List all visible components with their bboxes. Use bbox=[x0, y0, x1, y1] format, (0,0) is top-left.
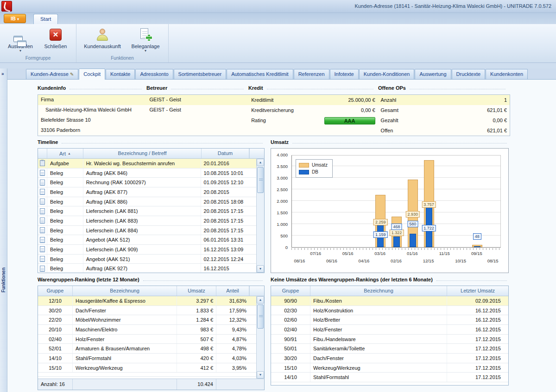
tab-sortimentsbetreuer[interactable]: Sortimentsbetreuer bbox=[174, 69, 227, 79]
ranking-row[interactable]: 20/10Maschinen/Elektro983 €9,43% bbox=[38, 325, 256, 335]
kredit-item: RatingAAA bbox=[248, 115, 378, 125]
application-menu-button[interactable]: IB ▾ bbox=[4, 14, 26, 23]
legend-swatch bbox=[299, 163, 309, 168]
tab-kunden-konditionen[interactable]: Kunden-Konditionen bbox=[359, 69, 415, 79]
timeline-header-bezeichnung[interactable]: Bezeichnung / Betreff bbox=[83, 149, 202, 158]
no-sales-header-gruppe[interactable]: Gruppe bbox=[271, 286, 310, 296]
timeline-row[interactable]: BelegAuftrag (AEK 877)20.08.2015 bbox=[38, 187, 256, 197]
no-sales-row[interactable]: 02/30Holz/Konstruktion16.12.2015 bbox=[271, 306, 508, 316]
expand-panel-icon[interactable]: » bbox=[1, 71, 4, 76]
tab-kundenkonten[interactable]: Kundenkonten bbox=[486, 69, 528, 79]
scroll-up-icon[interactable]: ▲ bbox=[257, 296, 264, 304]
tab-auswertung[interactable]: Auswertung bbox=[415, 69, 451, 79]
timeline-icon-cell bbox=[38, 216, 47, 225]
timeline-text: Auftrag (AEK 846) bbox=[83, 168, 201, 178]
betreuer-value: GEIST - Geist bbox=[147, 95, 249, 105]
timeline-row[interactable]: BelegLieferschein (LAK 881)20.08.2015 17… bbox=[38, 206, 256, 216]
bar-value-label: 1.722 bbox=[422, 225, 436, 231]
timeline-art: Beleg bbox=[47, 216, 83, 225]
scroll-down-icon[interactable]: ▼ bbox=[257, 265, 264, 273]
no-sales-row[interactable]: 90/91Fibu./Handelsware17.12.2015 bbox=[271, 335, 508, 344]
x-axis-tick-label: 07/16 bbox=[306, 251, 325, 256]
timeline-row[interactable]: BelegAngebot (AAK 521)02.12.2015 12:24 bbox=[38, 255, 256, 264]
timeline-datum: 20.08.2015 17:15 bbox=[201, 206, 256, 216]
ribbon-tab-start[interactable]: Start bbox=[33, 14, 58, 24]
tab-kunden-adresse[interactable]: Kunden-Adresse✎ bbox=[26, 69, 78, 79]
no-sales-row[interactable]: 02/40Holz/Fenster16.12.2015 bbox=[271, 325, 508, 335]
ranking-header-bezeichnung[interactable]: Bezeichnung bbox=[73, 286, 177, 296]
tab-infotexte[interactable]: Infotexte bbox=[330, 69, 359, 79]
ranking-row[interactable]: 15/10Werkzeug/Werkzeug412 €3,95% bbox=[38, 363, 256, 373]
no-sales-header-bezeichnung[interactable]: Bezeichnung bbox=[310, 286, 447, 296]
tab-cockpit[interactable]: Cockpit bbox=[79, 68, 105, 80]
ribbon-tab-row: IB ▾ Start bbox=[0, 13, 556, 24]
ranking-header-umsatz[interactable]: Umsatz bbox=[177, 286, 216, 296]
scroll-thumb[interactable] bbox=[257, 167, 264, 193]
tab-adresskonto[interactable]: Adresskonto bbox=[135, 69, 173, 79]
auswaehlen-button[interactable]: Auswählen ▾ bbox=[3, 26, 38, 54]
no-sales-row[interactable]: 15/10Werkzeug/Werkzeug17.12.2015 bbox=[271, 363, 508, 373]
ranking-row[interactable]: 02/40Holz/Fenster507 €4,87% bbox=[38, 335, 256, 344]
schliessen-button[interactable]: ✕ Schließen bbox=[38, 26, 73, 50]
timeline-art: Beleg bbox=[47, 226, 83, 235]
scroll-down-icon[interactable]: ▼ bbox=[257, 371, 264, 379]
no-sales-rows: 90/90Fibu./Kosten02.09.201502/30Holz/Kon… bbox=[271, 296, 508, 385]
timeline-row[interactable]: BelegLieferschein (LAK 884)20.08.2015 17… bbox=[38, 226, 256, 236]
section-header-kundeninfo: Kundeninfo bbox=[38, 85, 146, 91]
timeline-row[interactable]: BelegLieferschein (LAK 909)16.12.2015 13… bbox=[38, 245, 256, 255]
ranking-header-anteil[interactable]: Anteil bbox=[216, 286, 249, 296]
ranking-umsatz: 507 € bbox=[177, 335, 216, 344]
ranking-header-gruppe[interactable]: Gruppe bbox=[38, 286, 73, 296]
collapsed-side-panel[interactable]: » Funktionen bbox=[0, 68, 7, 392]
rating-badge: AAA bbox=[324, 117, 375, 124]
timeline-header-icon-col[interactable] bbox=[38, 149, 47, 158]
timeline-row[interactable]: BelegAuftrag (AEK 886)20.08.2015 18:08 bbox=[38, 197, 256, 207]
ranking-row[interactable]: 14/10Stahl/Formstahl420 €4,03% bbox=[38, 354, 256, 363]
timeline-header-datum[interactable]: Datum bbox=[202, 149, 249, 158]
offene-ops-label: Gezahlt bbox=[381, 116, 398, 125]
schliessen-label: Schließen bbox=[39, 44, 72, 49]
timeline-row[interactable]: BelegAuftrag (AEK 846)10.08.2015 10:01 bbox=[38, 168, 256, 178]
timeline-row[interactable]: BelegRechnung (RAK 1000297)01.09.2015 12… bbox=[38, 178, 256, 187]
tab-kontakte[interactable]: Kontakte bbox=[106, 69, 135, 79]
ranking-scrollbar[interactable]: ▲ ▼ bbox=[256, 296, 264, 379]
tab-referenzen[interactable]: Referenzen bbox=[294, 69, 329, 79]
timeline-art: Beleg bbox=[47, 168, 83, 178]
timeline-row[interactable]: AufgabeHr. Walecki wg. Besuchstermin anr… bbox=[38, 159, 256, 168]
ranking-row[interactable]: 52/01Armaturen & Brausen/Armaturen498 €4… bbox=[38, 344, 256, 354]
no-sales-row[interactable]: 30/20Dach/Fenster17.12.2015 bbox=[271, 354, 508, 363]
timeline-text: Auftrag (AEK 877) bbox=[83, 187, 201, 197]
no-sales-row[interactable]: 14/10Stahl/Formstahl17.12.2015 bbox=[271, 373, 508, 382]
no-sales-row[interactable]: 50/01Sanitärkeramik/Toilette17.12.2015 bbox=[271, 344, 508, 354]
timeline-row[interactable]: BelegAngebot (AAK 512)06.01.2016 13:31 bbox=[38, 235, 256, 245]
tab-drucktexte[interactable]: Drucktexte bbox=[452, 69, 486, 79]
timeline-text: Angebot (AAK 521) bbox=[83, 255, 201, 264]
timeline-datum: 16.12.2015 13:09 bbox=[201, 245, 256, 254]
no-sales-bezeichnung: Werkzeug/Werkzeug bbox=[310, 363, 447, 373]
timeline-art: Beleg bbox=[47, 197, 83, 206]
no-sales-gruppe: 02/60 bbox=[271, 315, 310, 324]
offene-ops-item: Offen621,01 € bbox=[378, 125, 510, 136]
tab-automatisches-kreditlimit[interactable]: Automatisches Kreditlimit bbox=[227, 69, 293, 79]
ranking-row[interactable]: 22/20Möbel/Wohnzimmer1.284 €12,32% bbox=[38, 315, 256, 325]
tab-label: Adresskonto bbox=[140, 71, 168, 77]
ranking-row[interactable]: 30/20Dach/Fenster1.833 €17,59% bbox=[38, 306, 256, 316]
no-sales-header-letzter-umsatz[interactable]: Letzter Umsatz bbox=[447, 286, 508, 296]
timeline-row[interactable]: BelegAuftrag (AEK 927)16.12.2015 bbox=[38, 264, 256, 273]
ranking-bezeichnung: Hausgeräte/Kaffee & Espresso bbox=[73, 296, 177, 305]
ranking-row[interactable]: 12/10Hausgeräte/Kaffee & Espresso3.297 €… bbox=[38, 296, 256, 306]
scroll-up-icon[interactable]: ▲ bbox=[257, 159, 264, 166]
document-icon bbox=[40, 170, 45, 176]
timeline-datum: 06.01.2016 13:31 bbox=[201, 235, 256, 244]
beleganlage-button[interactable]: Beleganlage ▾ bbox=[126, 26, 165, 54]
timeline-text: Lieferschein (LAK 909) bbox=[83, 245, 201, 254]
timeline-scrollbar[interactable]: ▲ ▼ bbox=[256, 159, 264, 273]
kundenauskunft-button[interactable]: Kundenauskunft bbox=[79, 26, 126, 50]
no-sales-row[interactable]: 02/60Holz/Bretter16.12.2015 bbox=[271, 315, 508, 325]
scroll-thumb[interactable] bbox=[257, 305, 264, 329]
no-sales-row[interactable]: 90/90Fibu./Kosten02.09.2015 bbox=[271, 296, 508, 306]
timeline-row[interactable]: BelegLieferschein (LAK 883)20.08.2015 17… bbox=[38, 216, 256, 226]
timeline-datum: 20.08.2015 bbox=[201, 187, 256, 197]
offene-ops-value: 621,01 € bbox=[487, 106, 507, 115]
timeline-header-art[interactable]: Art▲ bbox=[47, 149, 83, 158]
